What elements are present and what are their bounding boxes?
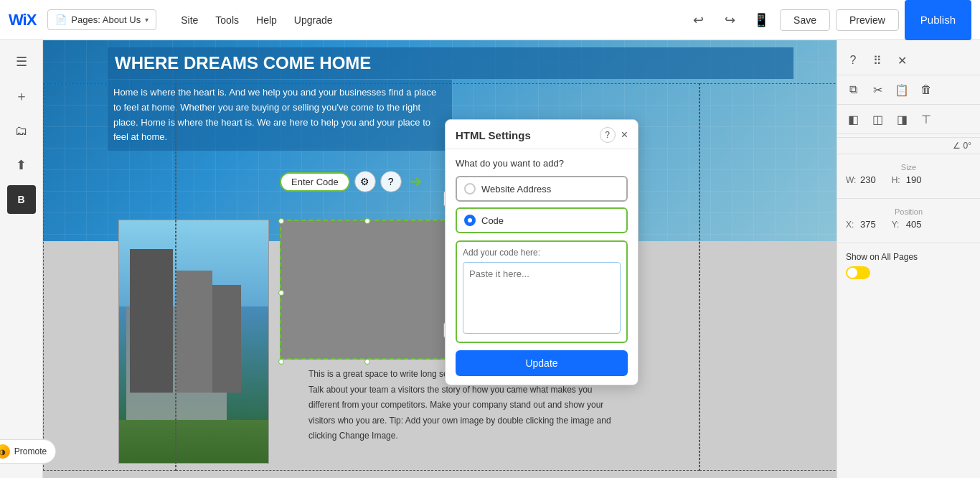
dialog-title: HTML Settings (456, 129, 531, 141)
x-field: X: 375 (846, 219, 876, 230)
rs-divider-3 (837, 198, 980, 199)
promote-button[interactable]: ◑ Promote (0, 439, 56, 464)
resize-handle-tc[interactable] (364, 218, 370, 224)
rs-cut-icon[interactable]: ✂ (867, 80, 887, 100)
website-address-label: Website Address (481, 184, 551, 195)
rs-align-icons: ◧ ◫ ◨ ⊤ (837, 105, 980, 134)
settings-circle-icon[interactable]: ⚙ (354, 171, 376, 192)
rs-close-icon[interactable]: ✕ (892, 50, 912, 70)
sidebar-add-icon[interactable]: ＋ (7, 82, 36, 111)
topbar-right: ↩ ↪ 📱 Save Preview Publish (685, 0, 971, 40)
wix-logo: WiX (9, 11, 36, 29)
main-area: ☰ ＋ 🗂 ⬆ B ◑ Promote WHERE DREAMS COME HO… (0, 40, 980, 478)
dialog-header-icons: ? × (600, 127, 628, 143)
y-value[interactable]: 405 (906, 219, 922, 230)
dialog-body: What do you want to add? Website Address… (446, 149, 638, 385)
pages-icon: 📄 (55, 14, 67, 25)
nav-tools[interactable]: Tools (208, 10, 246, 30)
height-value[interactable]: 190 (906, 174, 922, 185)
y-label: Y: (892, 220, 903, 230)
rs-paste-icon[interactable]: 📋 (892, 80, 912, 100)
nav-upgrade[interactable]: Upgrade (287, 10, 340, 30)
right-sidebar: ? ⠿ ✕ ⧉ ✂ 📋 🗑 ◧ ◫ ◨ ⊤ ∠ 0° Size (837, 40, 980, 478)
code-option[interactable]: Code (456, 207, 628, 233)
toggle-knob (847, 268, 857, 278)
html-settings-dialog: HTML Settings ? × What do you want to ad… (445, 119, 639, 385)
promote-label: Promote (14, 446, 47, 456)
chevron-down-icon: ▾ (145, 16, 149, 24)
code-area-label: Add your code here: (463, 248, 621, 258)
show-all-pages-section: Show on All Pages (837, 246, 980, 285)
website-address-option[interactable]: Website Address (456, 176, 628, 202)
rs-copy-icon[interactable]: ⧉ (843, 80, 863, 100)
rs-action-icons: ⧉ ✂ 📋 🗑 (837, 75, 980, 105)
x-label: X: (846, 220, 857, 230)
angle-row: ∠ 0° (837, 141, 980, 151)
width-label: W: (846, 175, 857, 185)
rs-divider-2 (837, 154, 980, 154)
pages-label: Pages: About Us (71, 14, 141, 25)
enter-code-button[interactable]: Enter Code (280, 172, 350, 192)
width-field: W: 230 (846, 174, 876, 185)
show-all-pages-toggle[interactable] (846, 266, 870, 279)
rs-align-right-icon[interactable]: ◨ (892, 109, 912, 129)
x-value[interactable]: 375 (860, 219, 876, 230)
position-section: Position X: 375 Y: 405 (837, 202, 980, 240)
resize-handle-tl[interactable] (278, 218, 284, 224)
html-component-toolbar: Enter Code ⚙ ? ➜ (280, 171, 422, 192)
nav-help[interactable]: Help (249, 10, 284, 30)
left-sidebar: ☰ ＋ 🗂 ⬆ B ◑ Promote (0, 40, 43, 478)
mobile-view-button[interactable]: 📱 (748, 7, 774, 33)
canvas-header-text: WHERE DREAMS COME HOME (108, 47, 793, 79)
resize-handle-bc[interactable] (364, 359, 370, 365)
preview-button[interactable]: Preview (836, 9, 899, 31)
html-placeholder-box[interactable] (280, 220, 452, 360)
sidebar-pages-icon[interactable]: ☰ (7, 47, 36, 76)
dialog-help-button[interactable]: ? (600, 127, 616, 143)
resize-handle-bl[interactable] (278, 359, 284, 365)
undo-button[interactable]: ↩ (685, 7, 711, 33)
width-value[interactable]: 230 (860, 174, 876, 185)
size-section: Size W: 230 H: 190 (837, 157, 980, 195)
code-label: Code (481, 215, 504, 226)
show-all-pages-label: Show on All Pages (846, 252, 971, 262)
arrow-right-icon: ➜ (409, 172, 422, 191)
nav-menu: Site Tools Help Upgrade (174, 10, 339, 30)
sidebar-blog-icon[interactable]: B (7, 185, 36, 214)
rs-divider-4 (837, 243, 980, 243)
rs-align-center-icon[interactable]: ◫ (867, 109, 887, 129)
sidebar-upload-icon[interactable]: ⬆ (7, 151, 36, 179)
pages-selector[interactable]: 📄 Pages: About Us ▾ (47, 9, 156, 30)
save-button[interactable]: Save (780, 9, 830, 31)
redo-button[interactable]: ↪ (717, 7, 743, 33)
building-photo (118, 220, 269, 464)
website-address-radio[interactable] (464, 183, 476, 195)
canvas-area[interactable]: WHERE DREAMS COME HOME Home is where the… (43, 40, 837, 478)
code-area-container: Add your code here: (456, 240, 628, 343)
angle-icon: ∠ (953, 141, 961, 151)
publish-button[interactable]: Publish (905, 0, 971, 40)
height-field: H: 190 (892, 174, 922, 185)
code-textarea[interactable] (463, 262, 621, 334)
dialog-close-button[interactable]: × (621, 128, 628, 141)
rs-divider-1 (837, 137, 980, 138)
position-label: Position (846, 207, 971, 216)
nav-site[interactable]: Site (174, 10, 205, 30)
code-radio[interactable] (464, 215, 476, 226)
rs-align-top-icon[interactable]: ⊤ (916, 109, 936, 129)
height-label: H: (892, 175, 903, 185)
rs-delete-icon[interactable]: 🗑 (916, 80, 936, 100)
rs-grid-icon[interactable]: ⠿ (867, 50, 887, 70)
sidebar-store-icon[interactable]: 🗂 (7, 116, 36, 145)
canvas-body-text: Home is where the heart is. And we help … (108, 80, 452, 151)
angle-value[interactable]: 0° (963, 141, 971, 151)
rs-align-left-icon[interactable]: ◧ (843, 109, 863, 129)
size-label: Size (846, 163, 971, 172)
rs-question-icon[interactable]: ? (843, 50, 863, 70)
dialog-titlebar: HTML Settings ? × (446, 120, 638, 149)
help-circle-icon[interactable]: ? (380, 171, 402, 192)
update-button[interactable]: Update (456, 350, 628, 376)
promote-icon: ◑ (0, 444, 10, 459)
resize-handle-ml[interactable] (278, 290, 284, 296)
position-row: X: 375 Y: 405 (846, 219, 971, 230)
